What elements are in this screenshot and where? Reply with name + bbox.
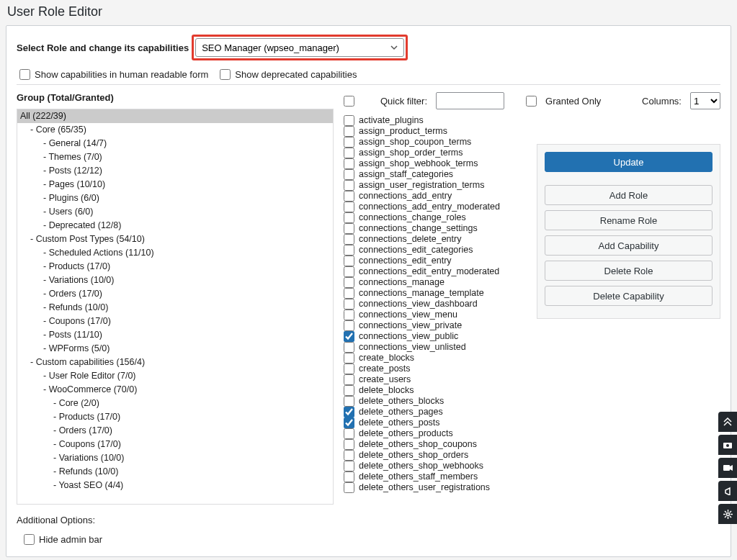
capability-checkbox[interactable] [344, 202, 354, 212]
group-item[interactable]: Users (6/0) [17, 205, 333, 219]
role-select[interactable]: SEO Manager (wpseo_manager) [195, 38, 404, 57]
capability-checkbox[interactable] [344, 374, 354, 385]
capability-checkbox[interactable] [344, 137, 354, 148]
capability-checkbox[interactable] [344, 212, 354, 223]
capability-checkbox[interactable] [344, 126, 354, 137]
capability-label[interactable]: delete_others_shop_webhooks [359, 461, 483, 471]
group-item[interactable]: WPForms (5/0) [17, 342, 333, 356]
capability-label[interactable]: connections_edit_entry [359, 256, 452, 266]
select-all-caps-checkbox[interactable] [344, 96, 354, 107]
granted-only-checkbox[interactable] [526, 96, 537, 107]
capability-label[interactable]: connections_edit_categories [359, 245, 473, 256]
group-item[interactable]: Yoast SEO (4/4) [17, 479, 333, 492]
capability-checkbox[interactable] [344, 417, 354, 428]
group-item[interactable]: General (14/7) [17, 137, 333, 150]
capability-checkbox[interactable] [344, 266, 354, 277]
capability-checkbox[interactable] [344, 288, 354, 299]
capability-label[interactable]: assign_product_terms [359, 126, 447, 137]
update-button[interactable]: Update [545, 152, 713, 172]
capability-label[interactable]: assign_user_registration_terms [359, 180, 484, 191]
capability-checkbox[interactable] [344, 191, 354, 202]
group-item[interactable]: User Role Editor (7/0) [17, 369, 333, 383]
columns-select[interactable]: 1 [690, 92, 720, 109]
capability-checkbox[interactable] [344, 428, 354, 439]
capability-checkbox[interactable] [344, 169, 354, 180]
capability-label[interactable]: assign_staff_categories [359, 169, 453, 180]
group-item[interactable]: Refunds (10/0) [17, 301, 333, 315]
group-item[interactable]: Pages (10/10) [17, 178, 333, 191]
show-human-readable-checkbox[interactable] [19, 69, 30, 80]
capability-label[interactable]: activate_plugins [359, 115, 424, 126]
capability-checkbox[interactable] [344, 407, 354, 417]
capability-checkbox[interactable] [344, 115, 354, 126]
capability-checkbox[interactable] [344, 299, 354, 310]
capability-label[interactable]: connections_view_public [359, 331, 458, 342]
capability-label[interactable]: connections_manage_template [359, 288, 484, 299]
group-item[interactable]: Posts (11/10) [17, 328, 333, 342]
capability-label[interactable]: delete_others_user_registrations [359, 482, 490, 493]
add-capability-button[interactable]: Add Capability [545, 235, 713, 256]
group-item[interactable]: Scheduled Actions (11/10) [17, 246, 333, 260]
capability-label[interactable]: connections_edit_entry_moderated [359, 266, 499, 277]
camera-tool-icon[interactable] [718, 435, 737, 455]
capabilities-list[interactable]: activate_pluginsassign_product_termsassi… [344, 115, 530, 493]
capability-label[interactable]: connections_change_settings [359, 223, 478, 234]
group-item[interactable]: Deprecated (12/8) [17, 219, 333, 232]
capability-checkbox[interactable] [344, 234, 354, 245]
settings-tool-icon[interactable] [718, 504, 737, 524]
capability-checkbox[interactable] [344, 320, 354, 331]
capability-label[interactable]: delete_others_pages [359, 407, 443, 417]
capability-label[interactable]: delete_others_products [359, 428, 453, 439]
capability-label[interactable]: delete_blocks [359, 385, 414, 396]
share-tool-icon[interactable] [718, 481, 737, 501]
granted-only-label[interactable]: Granted Only [545, 96, 601, 107]
group-item[interactable]: Core (65/35) [17, 123, 333, 137]
quick-filter-input[interactable] [436, 92, 504, 109]
capability-checkbox[interactable] [344, 256, 354, 266]
capability-checkbox[interactable] [344, 471, 354, 482]
capability-label[interactable]: connections_view_dashboard [359, 299, 478, 310]
group-item[interactable]: Plugins (6/0) [17, 191, 333, 205]
capability-label[interactable]: connections_view_menu [359, 310, 457, 320]
group-item[interactable]: Products (17/0) [17, 410, 333, 424]
capability-label[interactable]: delete_others_blocks [359, 396, 444, 407]
capability-checkbox[interactable] [344, 363, 354, 374]
group-item[interactable]: Custom capabilities (156/4) [17, 356, 333, 369]
show-human-readable-label[interactable]: Show capabilities in human readable form [35, 69, 208, 80]
capability-checkbox[interactable] [344, 180, 354, 191]
delete-capability-button[interactable]: Delete Capability [545, 286, 713, 306]
delete-role-button[interactable]: Delete Role [545, 261, 713, 281]
capability-checkbox[interactable] [344, 277, 354, 288]
capability-label[interactable]: create_users [359, 374, 411, 385]
group-item[interactable]: Posts (12/12) [17, 164, 333, 178]
capability-checkbox[interactable] [344, 148, 354, 158]
capability-label[interactable]: assign_shop_coupon_terms [359, 137, 471, 148]
hide-admin-bar-checkbox[interactable] [24, 534, 35, 545]
group-item[interactable]: Coupons (17/0) [17, 315, 333, 328]
capability-label[interactable]: connections_delete_entry [359, 234, 461, 245]
capability-checkbox[interactable] [344, 245, 354, 256]
capability-label[interactable]: assign_shop_order_terms [359, 148, 463, 158]
group-item[interactable]: Core (2/0) [17, 397, 333, 410]
capability-label[interactable]: assign_shop_webhook_terms [359, 158, 478, 169]
group-item[interactable]: WooCommerce (70/0) [17, 383, 333, 397]
group-item[interactable]: Coupons (17/0) [17, 438, 333, 451]
capability-label[interactable]: connections_manage [359, 277, 445, 288]
group-item[interactable]: Orders (17/0) [17, 424, 333, 438]
capability-checkbox[interactable] [344, 461, 354, 471]
group-item[interactable]: Variations (10/0) [17, 451, 333, 465]
hide-admin-bar-label[interactable]: Hide admin bar [39, 534, 102, 545]
capability-label[interactable]: connections_view_unlisted [359, 342, 466, 353]
capability-label[interactable]: connections_view_private [359, 320, 462, 331]
capability-checkbox[interactable] [344, 396, 354, 407]
capability-checkbox[interactable] [344, 482, 354, 493]
group-item[interactable]: Orders (17/0) [17, 287, 333, 301]
capability-label[interactable]: delete_others_shop_coupons [359, 439, 477, 450]
rename-role-button[interactable]: Rename Role [545, 210, 713, 230]
capability-checkbox[interactable] [344, 310, 354, 320]
capability-label[interactable]: delete_others_staff_members [359, 471, 478, 482]
group-item[interactable]: Products (17/0) [17, 260, 333, 274]
show-deprecated-label[interactable]: Show deprecated capabilities [235, 69, 357, 80]
capability-label[interactable]: connections_add_entry [359, 191, 452, 202]
group-item[interactable]: All (222/39) [17, 109, 333, 123]
